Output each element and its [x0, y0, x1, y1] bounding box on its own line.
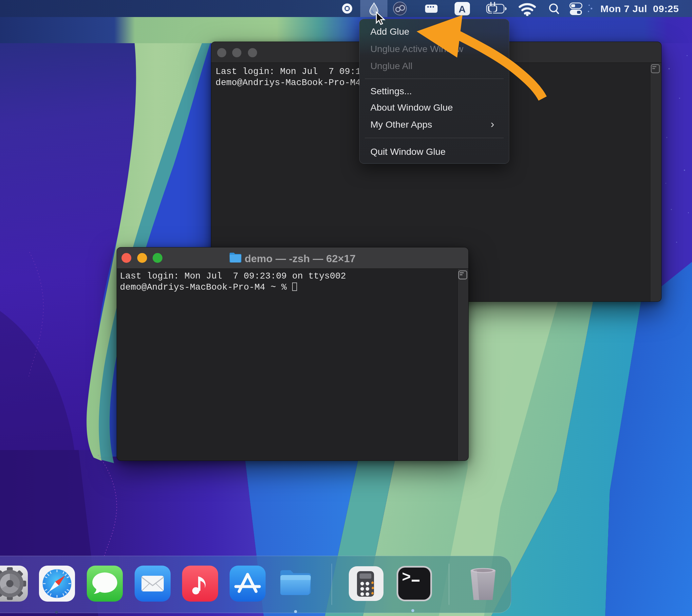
svg-text:>: > [402, 569, 411, 586]
